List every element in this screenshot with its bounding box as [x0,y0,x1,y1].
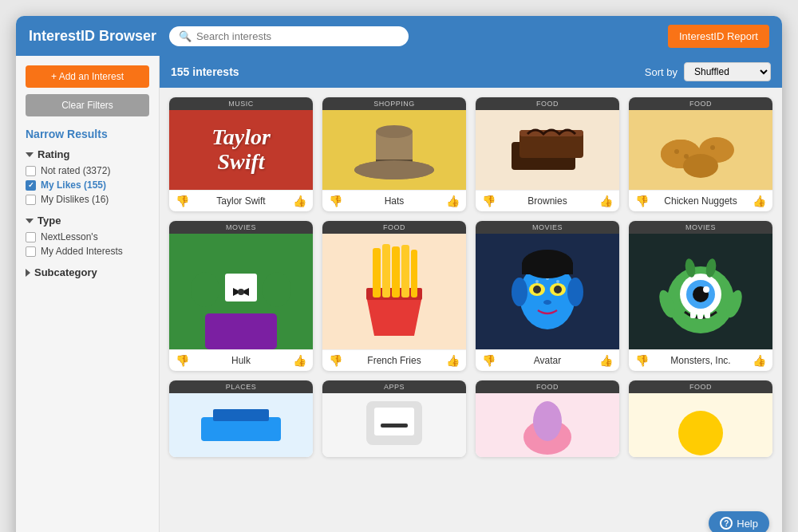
dislike-icon[interactable]: 👎 [635,354,649,367]
card-footer: 👎 Hulk 👍 [169,349,313,371]
taylor-text: TaylorSwift [211,125,271,175]
nextlesson-label: NextLesson's [41,231,98,242]
card-footer: 👎 Monsters, Inc. 👍 [629,349,772,371]
fries-illustration [350,240,438,344]
help-label: Help [737,518,758,530]
sort-label: Sort by [645,66,678,78]
svg-rect-50 [705,312,710,318]
svg-point-36 [554,286,562,294]
my-dislikes-checkbox[interactable] [26,195,36,205]
brownies-illustration [500,110,595,190]
dislike-icon[interactable]: 👎 [176,354,189,367]
not-rated-checkbox[interactable] [26,166,36,176]
card-category: MUSIC [169,97,313,110]
svg-point-47 [703,286,709,293]
card-category: FOOD [322,221,466,234]
like-icon[interactable]: 👍 [446,354,460,367]
svg-point-61 [533,401,562,441]
svg-rect-56 [213,409,269,421]
interests-count: 155 interests [171,65,239,78]
type-filter-section: Type NextLesson's My Added Interests [26,215,149,257]
app-window: InterestID Browser 🔍 InterestID Report +… [16,16,782,532]
header: InterestID Browser 🔍 InterestID Report [16,16,782,56]
card-food2: FOOD [476,380,619,457]
card-image [629,234,772,349]
sort-select[interactable]: Shuffled A-Z Z-A Most Popular [684,62,771,81]
type-label: Type [38,215,61,227]
card-category: FOOD [629,380,772,393]
nextlesson-checkbox[interactable] [26,232,36,242]
card-hulk: MOVIES [169,221,313,371]
card-footer: 👎 Hats 👍 [322,190,466,211]
card-category: PLACES [169,380,313,393]
filter-not-rated[interactable]: Not rated (3372) [26,165,149,176]
add-interest-button[interactable]: + Add an Interest [26,65,149,88]
my-likes-checkbox[interactable] [26,180,36,191]
subcategory-section-header[interactable]: Subcategory [26,266,149,278]
card-image [629,393,772,457]
dislike-icon[interactable]: 👎 [329,354,342,367]
svg-marker-23 [366,296,422,336]
subcategory-label: Subcategory [34,266,97,278]
food2-illustration [476,393,619,457]
dislike-icon[interactable]: 👎 [482,354,496,367]
filter-nextlesson[interactable]: NextLesson's [26,231,149,242]
card-name: Taylor Swift [189,195,293,207]
content-area: 155 interests Sort by Shuffled A-Z Z-A M… [160,56,782,532]
card-food3: FOOD [629,380,772,457]
card-hats: SHOPPING [322,97,466,211]
my-added-label: My Added Interests [41,246,123,257]
not-rated-label: Not rated (3372) [41,165,110,176]
card-category: SHOPPING [322,97,466,110]
svg-rect-42 [522,262,573,274]
svg-point-12 [674,149,679,154]
help-button[interactable]: ? Help [709,511,769,532]
dislike-icon[interactable]: 👎 [329,195,342,207]
search-input[interactable] [196,30,399,42]
like-icon[interactable]: 👍 [599,354,613,367]
svg-point-21 [191,272,219,307]
svg-rect-49 [697,313,703,319]
dislike-icon[interactable]: 👎 [635,195,649,207]
dislike-icon[interactable]: 👎 [176,195,189,207]
my-added-checkbox[interactable] [26,246,36,257]
svg-rect-28 [401,245,409,298]
subcategory-filter-section: Subcategory [26,266,149,278]
svg-point-38 [535,280,539,283]
svg-rect-59 [381,424,408,428]
card-monsters-inc: MOVIES [629,221,772,371]
like-icon[interactable]: 👍 [753,354,766,367]
report-button[interactable]: InterestID Report [668,25,769,48]
card-category: FOOD [476,380,619,393]
filter-my-added[interactable]: My Added Interests [26,246,149,257]
like-icon[interactable]: 👍 [293,195,306,207]
card-footer: 👎 Brownies 👍 [476,190,619,211]
dislike-icon[interactable]: 👎 [482,195,496,207]
like-icon[interactable]: 👍 [753,195,766,207]
like-icon[interactable]: 👍 [599,195,613,207]
rating-section-header[interactable]: Rating [26,148,149,160]
interests-grid: MUSIC TaylorSwift 👎 Taylor Swift 👍 [169,97,772,457]
type-section-header[interactable]: Type [26,215,149,227]
card-image [322,234,466,349]
card-french-fries: FOOD [322,221,466,371]
card-avatar: MOVIES [476,221,619,371]
grid-container: MUSIC TaylorSwift 👎 Taylor Swift 👍 [160,88,782,532]
clear-filters-button[interactable]: Clear Filters [26,94,149,116]
card-category: MOVIES [169,221,313,234]
card-category: APPS [322,380,466,393]
content-header: 155 interests Sort by Shuffled A-Z Z-A M… [160,56,782,88]
rating-expand-icon [26,152,34,157]
card-category: FOOD [629,97,772,110]
search-bar: 🔍 [169,26,409,46]
avatar-illustration [504,240,591,344]
card-apps: APPS [322,380,466,457]
card-image [169,234,313,349]
card-image [476,393,619,457]
filter-my-likes[interactable]: My Likes (155) [26,179,149,191]
like-icon[interactable]: 👍 [446,195,460,207]
rating-label: Rating [38,148,69,160]
card-name: Monsters, Inc. [649,355,753,366]
filter-my-dislikes[interactable]: My Dislikes (16) [26,194,149,205]
like-icon[interactable]: 👍 [293,354,306,367]
